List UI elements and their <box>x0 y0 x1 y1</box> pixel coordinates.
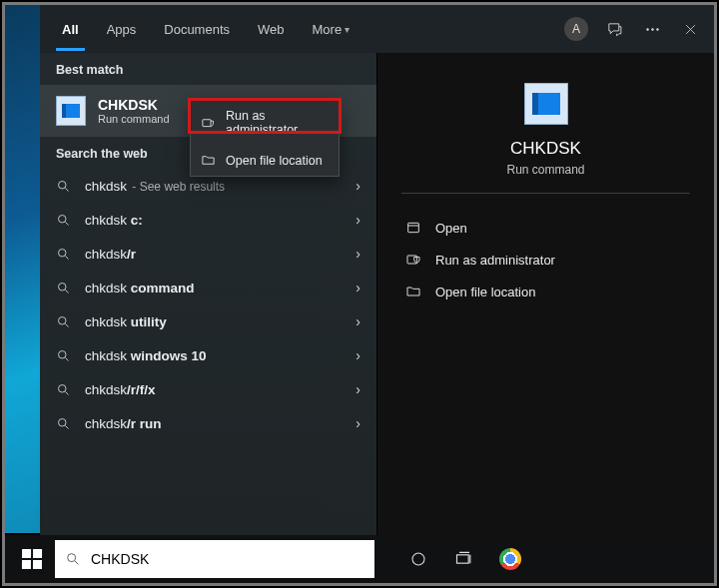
task-view-icon <box>454 549 474 569</box>
svg-point-1 <box>651 28 653 30</box>
search-topbar: All Apps Documents Web More▾ A <box>40 5 714 53</box>
feedback-button[interactable] <box>598 13 630 45</box>
svg-point-5 <box>59 249 67 257</box>
web-result[interactable]: chkdsk windows 10 › <box>40 338 376 372</box>
chevron-right-icon: › <box>356 381 360 397</box>
action-open-file-location[interactable]: Open file location <box>401 276 690 307</box>
web-result-text: chkdsk <box>85 213 131 228</box>
svg-point-8 <box>59 350 67 358</box>
cortana-icon <box>409 550 427 568</box>
folder-icon <box>201 153 216 168</box>
run-command-icon <box>524 83 568 125</box>
action-run-as-admin[interactable]: Run as administrator <box>401 244 690 276</box>
chevron-right-icon: › <box>356 313 360 329</box>
web-result-text: chkdsk <box>85 247 127 262</box>
chrome-icon <box>499 548 521 570</box>
desktop-background <box>5 5 40 533</box>
best-match-subtitle: Run command <box>98 113 170 125</box>
search-icon <box>56 213 71 228</box>
svg-point-3 <box>59 181 67 189</box>
web-result[interactable]: chkdsk command › <box>40 271 376 304</box>
tab-documents[interactable]: Documents <box>150 5 244 53</box>
action-open[interactable]: Open <box>401 212 690 244</box>
search-icon <box>65 551 81 567</box>
chevron-right-icon: › <box>356 212 360 228</box>
svg-point-4 <box>59 215 67 223</box>
options-button[interactable] <box>636 13 668 45</box>
account-button[interactable]: A <box>560 13 592 45</box>
svg-point-15 <box>412 553 424 565</box>
chevron-right-icon: › <box>356 347 360 363</box>
tab-label: All <box>62 22 79 37</box>
action-label: Open <box>435 221 467 236</box>
divider <box>401 193 690 194</box>
svg-rect-16 <box>457 555 469 563</box>
search-icon <box>56 179 71 194</box>
run-command-icon <box>56 96 86 126</box>
admin-shield-icon <box>201 116 216 131</box>
web-result[interactable]: chkdsk/r/f/x › <box>40 372 376 406</box>
context-label: Open file location <box>226 154 323 168</box>
search-icon <box>56 314 71 329</box>
tab-apps[interactable]: Apps <box>93 5 151 53</box>
feedback-icon <box>606 21 623 38</box>
preview-title: CHKDSK <box>401 139 690 159</box>
cortana-button[interactable] <box>396 539 440 579</box>
svg-point-6 <box>59 283 67 291</box>
filter-tabs: All Apps Documents Web More▾ <box>48 5 363 53</box>
web-result-text: chkdsk <box>85 179 127 194</box>
best-match-title: CHKDSK <box>98 97 170 113</box>
admin-shield-icon <box>405 252 421 268</box>
top-controls: A <box>560 13 706 45</box>
search-flyout: All Apps Documents Web More▾ A <box>40 5 714 535</box>
web-result-text: chkdsk <box>85 314 131 329</box>
folder-icon <box>405 284 421 299</box>
svg-point-14 <box>68 554 76 562</box>
context-run-as-admin[interactable]: Run as administrator <box>191 101 339 145</box>
search-icon <box>56 348 71 363</box>
context-open-file-location[interactable]: Open file location <box>191 145 339 176</box>
chevron-down-icon: ▾ <box>345 24 350 35</box>
close-button[interactable] <box>674 13 706 45</box>
search-icon <box>56 247 71 262</box>
web-result[interactable]: chkdsk c: › <box>40 203 376 237</box>
web-result-text: chkdsk <box>85 281 131 295</box>
taskbar-icons <box>396 539 532 579</box>
close-icon <box>683 22 698 37</box>
context-menu: Run as administrator Open file location <box>190 100 340 177</box>
svg-point-0 <box>646 28 648 30</box>
start-button[interactable] <box>9 539 55 579</box>
taskbar: CHKDSK <box>5 535 714 583</box>
web-result[interactable]: chkdsk/r run › <box>40 406 376 440</box>
taskbar-search-input[interactable]: CHKDSK <box>55 540 374 578</box>
svg-point-9 <box>59 384 67 392</box>
tab-label: More <box>313 22 343 37</box>
search-icon <box>56 416 71 431</box>
chevron-right-icon: › <box>356 415 360 431</box>
section-best-match: Best match <box>40 53 376 85</box>
preview-subtitle: Run command <box>401 163 690 177</box>
web-result[interactable]: chkdsk/r › <box>40 237 376 271</box>
tab-all[interactable]: All <box>48 5 93 53</box>
svg-point-10 <box>59 418 67 426</box>
web-result-text: chkdsk <box>85 348 131 363</box>
svg-rect-11 <box>408 223 419 232</box>
web-result-text: chkdsk <box>85 416 127 431</box>
chevron-right-icon: › <box>356 178 360 194</box>
preview-pane: CHKDSK Run command Open Run as administr… <box>376 53 714 535</box>
action-label: Open file location <box>435 285 535 299</box>
search-value: CHKDSK <box>91 551 149 567</box>
web-results-list: chkdsk - See web results › chkdsk c: › c… <box>40 169 376 440</box>
tab-more[interactable]: More▾ <box>299 5 364 53</box>
avatar: A <box>564 17 588 41</box>
search-icon <box>56 281 71 295</box>
open-icon <box>405 220 421 236</box>
ellipsis-icon <box>644 21 661 38</box>
tab-web[interactable]: Web <box>244 5 299 53</box>
web-result-text: chkdsk <box>85 382 127 397</box>
svg-point-7 <box>59 316 67 324</box>
chrome-taskbar-button[interactable] <box>488 539 532 579</box>
task-view-button[interactable] <box>442 539 486 579</box>
web-result[interactable]: chkdsk utility › <box>40 304 376 338</box>
windows-logo-icon <box>22 549 42 569</box>
